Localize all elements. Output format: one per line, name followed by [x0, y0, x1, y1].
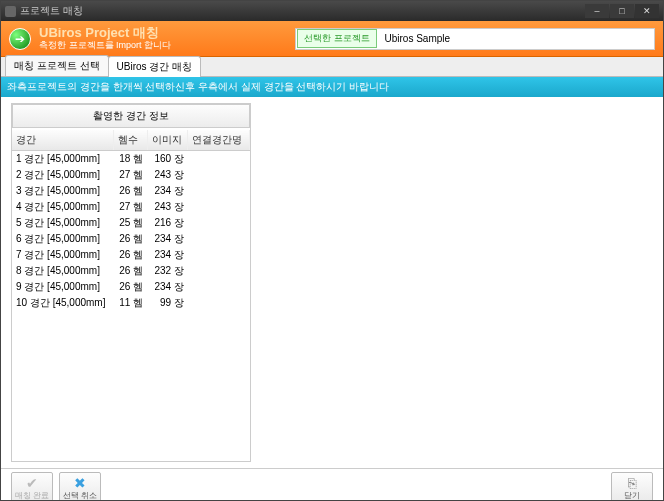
- table-row[interactable]: 8 경간 [45,000mm]26 헴232 장: [12, 263, 250, 279]
- tab[interactable]: UBiros 경간 매칭: [108, 56, 202, 77]
- cell-link: [188, 215, 250, 231]
- cell-link: [188, 183, 250, 199]
- cell-span: 8 경간 [45,000mm]: [12, 263, 114, 279]
- cell-span: 2 경간 [45,000mm]: [12, 167, 114, 183]
- tab[interactable]: 매칭 프로젝트 선택: [5, 55, 109, 76]
- cell-hem: 26 헴: [114, 231, 147, 247]
- table-row[interactable]: 2 경간 [45,000mm]27 헴243 장: [12, 167, 250, 183]
- cell-img: 243 장: [147, 199, 188, 215]
- cell-span: 9 경간 [45,000mm]: [12, 279, 114, 295]
- cell-img: 234 장: [147, 279, 188, 295]
- cell-img: 216 장: [147, 215, 188, 231]
- cell-hem: 27 헴: [114, 199, 147, 215]
- cell-img: 243 장: [147, 167, 188, 183]
- table-row[interactable]: 3 경간 [45,000mm]26 헴234 장: [12, 183, 250, 199]
- cell-span: 6 경간 [45,000mm]: [12, 231, 114, 247]
- cell-span: 1 경간 [45,000mm]: [12, 151, 114, 168]
- close-button[interactable]: ✕: [635, 4, 659, 18]
- cancel-selection-button[interactable]: ✖ 선택 취소: [59, 472, 101, 502]
- cell-link: [188, 295, 250, 311]
- window-buttons: – □ ✕: [585, 4, 659, 18]
- tab-strip: 매칭 프로젝트 선택UBiros 경간 매칭: [1, 57, 663, 77]
- table-row[interactable]: 9 경간 [45,000mm]26 헴234 장: [12, 279, 250, 295]
- table-row[interactable]: 10 경간 [45,000mm]11 헴99 장: [12, 295, 250, 311]
- cell-link: [188, 231, 250, 247]
- cell-hem: 26 헴: [114, 247, 147, 263]
- column-header[interactable]: 경간: [12, 130, 114, 151]
- table-row[interactable]: 4 경간 [45,000mm]27 헴243 장: [12, 199, 250, 215]
- cell-img: 232 장: [147, 263, 188, 279]
- cell-link: [188, 199, 250, 215]
- cancel-label: 선택 취소: [63, 490, 97, 501]
- info-bar: 좌측프로젝트의 경간을 한개씩 선택하신후 우측에서 실제 경간을 선택하시기 …: [1, 77, 663, 97]
- project-selector: 선택한 프로젝트: [295, 28, 655, 50]
- footer: ✔ 매칭 완료 ✖ 선택 취소 ⎘ 닫기: [1, 468, 663, 501]
- content-area: 촬영한 경간 정보 경간헴수이미지연결경간명 1 경간 [45,000mm]18…: [1, 97, 663, 468]
- table-row[interactable]: 1 경간 [45,000mm]18 헴160 장: [12, 151, 250, 168]
- project-label: 선택한 프로젝트: [297, 29, 377, 48]
- close-label: 닫기: [624, 490, 640, 501]
- match-done-label: 매칭 완료: [15, 490, 49, 501]
- left-panel-header: 촬영한 경간 정보: [12, 104, 250, 128]
- maximize-button[interactable]: □: [610, 4, 634, 18]
- window-title: 프로젝트 매칭: [20, 4, 83, 18]
- cell-span: 3 경간 [45,000mm]: [12, 183, 114, 199]
- close-dialog-button[interactable]: ⎘ 닫기: [611, 472, 653, 502]
- left-panel: 촬영한 경간 정보 경간헴수이미지연결경간명 1 경간 [45,000mm]18…: [11, 103, 251, 462]
- cell-link: [188, 279, 250, 295]
- cell-img: 99 장: [147, 295, 188, 311]
- column-header[interactable]: 이미지: [147, 130, 188, 151]
- cell-span: 5 경간 [45,000mm]: [12, 215, 114, 231]
- cell-span: 4 경간 [45,000mm]: [12, 199, 114, 215]
- cell-hem: 26 헴: [114, 279, 147, 295]
- cell-hem: 25 헴: [114, 215, 147, 231]
- check-icon: ✔: [26, 476, 38, 490]
- banner-title: UBiros Project 매칭: [39, 26, 171, 40]
- column-header[interactable]: 연결경간명: [188, 130, 250, 151]
- nav-back-icon[interactable]: ➔: [9, 28, 31, 50]
- minimize-button[interactable]: –: [585, 4, 609, 18]
- cell-img: 160 장: [147, 151, 188, 168]
- cell-img: 234 장: [147, 231, 188, 247]
- close-icon: ⎘: [628, 476, 636, 490]
- window-titlebar: 프로젝트 매칭 – □ ✕: [1, 1, 663, 21]
- cell-span: 7 경간 [45,000mm]: [12, 247, 114, 263]
- cell-img: 234 장: [147, 247, 188, 263]
- span-table: 경간헴수이미지연결경간명 1 경간 [45,000mm]18 헴160 장2 경…: [12, 130, 250, 311]
- banner-subtitle: 측정한 프로젝트를 Import 합니다: [39, 41, 171, 51]
- table-row[interactable]: 6 경간 [45,000mm]26 헴234 장: [12, 231, 250, 247]
- cell-hem: 26 헴: [114, 183, 147, 199]
- cell-link: [188, 263, 250, 279]
- cell-link: [188, 247, 250, 263]
- table-row[interactable]: 7 경간 [45,000mm]26 헴234 장: [12, 247, 250, 263]
- right-panel: [259, 103, 653, 462]
- cell-hem: 11 헴: [114, 295, 147, 311]
- cell-hem: 26 헴: [114, 263, 147, 279]
- table-row[interactable]: 5 경간 [45,000mm]25 헴216 장: [12, 215, 250, 231]
- banner: ➔ UBiros Project 매칭 측정한 프로젝트를 Import 합니다…: [1, 21, 663, 57]
- cancel-icon: ✖: [74, 476, 86, 490]
- project-name-input[interactable]: [381, 33, 654, 44]
- cell-img: 234 장: [147, 183, 188, 199]
- match-done-button[interactable]: ✔ 매칭 완료: [11, 472, 53, 502]
- cell-hem: 18 헴: [114, 151, 147, 168]
- cell-span: 10 경간 [45,000mm]: [12, 295, 114, 311]
- cell-link: [188, 151, 250, 168]
- cell-hem: 27 헴: [114, 167, 147, 183]
- app-icon: [5, 6, 16, 17]
- column-header[interactable]: 헴수: [114, 130, 147, 151]
- cell-link: [188, 167, 250, 183]
